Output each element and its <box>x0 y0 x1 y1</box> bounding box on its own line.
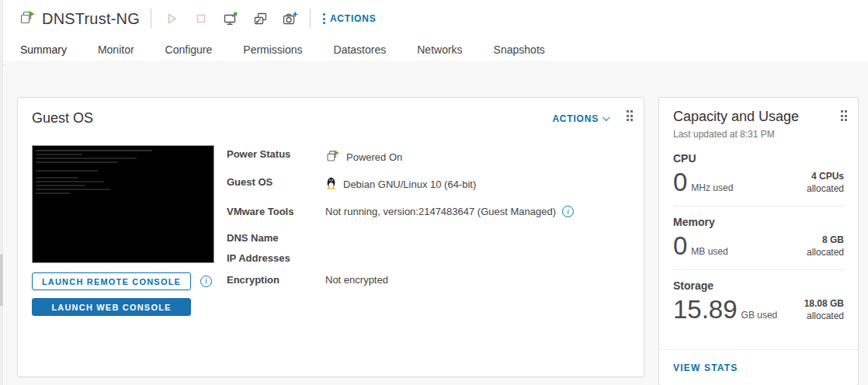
power-off-icon[interactable] <box>192 9 210 28</box>
field-label: Guest OS <box>227 175 325 188</box>
section-name: Storage <box>673 279 844 292</box>
guest-os-actions-label: ACTIONS <box>552 113 599 124</box>
linux-tux-icon <box>325 176 337 192</box>
launch-remote-console-button[interactable]: LAUNCH REMOTE CONSOLE <box>32 272 191 290</box>
take-snapshot-icon[interactable] <box>280 9 299 28</box>
vm-actions-menu[interactable]: ACTIONS <box>323 13 377 24</box>
capacity-section-cpu: CPU 0 MHz used 4 CPUs allocated <box>673 143 844 206</box>
field-row-power-status: Power Status Powered On <box>227 147 630 165</box>
storage-used-unit: GB used <box>741 310 778 321</box>
memory-allocated-value: 8 GB <box>822 234 844 245</box>
scrollbar-thumb[interactable] <box>0 255 3 306</box>
cpu-used-value: 0 <box>673 169 687 195</box>
vmware-tools-info-icon[interactable] <box>562 206 574 217</box>
guest-os-actions-menu[interactable]: ACTIONS <box>552 113 608 124</box>
memory-used-unit: MB used <box>691 246 727 257</box>
remote-console-info-icon[interactable] <box>200 276 212 287</box>
capacity-usage-card: Capacity and Usage Last updated at 8:31 … <box>658 97 859 385</box>
field-value-text: Not encrypted <box>325 272 388 286</box>
vm-powered-on-icon <box>19 9 36 29</box>
migrate-icon[interactable] <box>251 9 269 28</box>
guest-os-card-title: Guest OS <box>32 110 93 127</box>
console-thumbnail[interactable] <box>32 145 214 263</box>
guest-os-card: Guest OS ACTIONS <box>17 97 644 377</box>
section-name: Memory <box>673 216 844 228</box>
chevron-down-icon <box>602 113 610 121</box>
capacity-section-memory: Memory 0 MB used 8 GB allocated <box>673 206 844 270</box>
cpu-allocated-value: 4 CPUs <box>811 171 844 182</box>
field-label: IP Addresses <box>227 251 325 264</box>
power-on-icon[interactable] <box>162 9 181 28</box>
field-value-text: Not running, version:2147483647 (Guest M… <box>325 206 556 217</box>
field-row-ip-addresses: IP Addresses <box>227 251 630 268</box>
capacity-section-storage: Storage 15.89 GB used 18.08 GB allocated <box>673 270 844 333</box>
drag-handle-icon[interactable] <box>627 110 634 121</box>
field-value-text: Powered On <box>346 151 402 163</box>
vm-header: DNSTrust-NG <box>0 0 868 37</box>
kebab-icon <box>323 13 325 24</box>
allocated-label: allocated <box>807 183 844 194</box>
field-value-text: Debian GNU/Linux 10 (64-bit) <box>343 179 476 190</box>
actions-label: ACTIONS <box>330 13 377 24</box>
field-label: DNS Name <box>227 231 325 244</box>
divider <box>310 9 311 29</box>
allocated-label: allocated <box>807 247 844 258</box>
field-label: Encryption <box>227 272 325 286</box>
storage-allocated-value: 18.08 GB <box>804 298 844 309</box>
content-area: Guest OS ACTIONS <box>4 61 868 385</box>
section-name: CPU <box>673 152 844 165</box>
divider <box>151 9 151 29</box>
capacity-card-title: Capacity and Usage <box>673 109 799 125</box>
drag-handle-icon[interactable] <box>841 110 848 121</box>
vm-powered-on-icon <box>325 148 340 165</box>
field-row-vmware-tools: VMware Tools Not running, version:214748… <box>227 204 630 223</box>
left-edge-scrollbar[interactable] <box>0 0 3 385</box>
storage-used-value: 15.89 <box>673 297 738 322</box>
cpu-used-unit: MHz used <box>691 182 733 193</box>
field-row-guest-os: Guest OS <box>227 175 630 193</box>
launch-console-icon[interactable] <box>221 9 240 28</box>
field-row-encryption: Encryption Not encrypted <box>227 272 630 291</box>
page-title: DNSTrust-NG <box>42 10 140 28</box>
launch-web-console-button[interactable]: LAUNCH WEB CONSOLE <box>32 298 191 316</box>
field-label: Power Status <box>227 147 325 160</box>
field-row-dns-name: DNS Name <box>227 231 630 248</box>
view-stats-link[interactable]: VIEW STATS <box>673 362 738 373</box>
memory-used-value: 0 <box>673 233 687 258</box>
allocated-label: allocated <box>807 310 844 321</box>
field-label: VMware Tools <box>227 204 325 217</box>
vm-toolbar <box>162 9 299 28</box>
last-updated-text: Last updated at 8:31 PM <box>673 129 844 140</box>
